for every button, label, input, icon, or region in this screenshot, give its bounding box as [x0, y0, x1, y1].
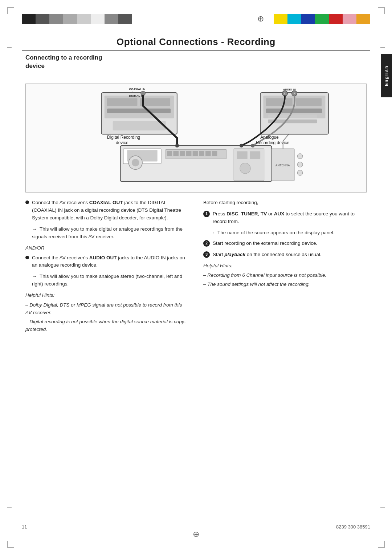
svg-point-52	[251, 144, 254, 147]
step-1: 1 Press DISC, TUNER, TV or AUX to select…	[203, 210, 367, 226]
svg-rect-9	[186, 151, 192, 156]
svg-rect-11	[199, 151, 204, 156]
svg-text:R: R	[294, 92, 295, 95]
svg-rect-16	[250, 151, 260, 159]
svg-rect-41	[266, 98, 293, 106]
svg-text:Digital Recording: Digital Recording	[107, 135, 140, 140]
svg-point-36	[175, 144, 179, 147]
section-heading-line2: device	[25, 62, 45, 69]
hint-left-2: – Digital recording is not possible when…	[25, 318, 189, 333]
svg-rect-43	[266, 109, 322, 113]
arrow-coaxial: → This will allow you to make digital or…	[32, 226, 189, 241]
arrow-symbol-1: →	[32, 226, 37, 232]
content-area: Connect the AV receiver's COAXIAL OUT ja…	[25, 199, 367, 335]
arrow-symbol-2: →	[32, 274, 37, 279]
color-bar-left	[22, 14, 248, 24]
english-tab: English	[381, 54, 392, 97]
cb-pink	[343, 14, 356, 24]
svg-text:Recording device: Recording device	[256, 140, 290, 145]
diagram-svg: ANTENNA COAXIAL IN / DIGITAL IN Digital …	[26, 84, 366, 192]
corner-mark-tl	[7, 7, 14, 14]
reg-mark-right-top	[380, 47, 385, 48]
svg-point-17	[240, 163, 250, 174]
svg-rect-44	[268, 114, 317, 118]
step-2-text: Start recording on the external recordin…	[213, 240, 367, 247]
cb-black	[22, 14, 36, 24]
diagram-box: ANTENNA COAXIAL IN / DIGITAL IN Digital …	[25, 84, 367, 193]
svg-point-23	[297, 162, 303, 167]
svg-rect-29	[107, 109, 171, 113]
cb-red	[329, 14, 343, 24]
page-number: 11	[22, 524, 27, 530]
svg-text:COAXIAL IN: COAXIAL IN	[129, 88, 146, 91]
cb-blue	[301, 14, 315, 24]
cb-mid1	[49, 14, 63, 24]
svg-rect-42	[296, 98, 322, 106]
svg-point-4	[132, 159, 139, 166]
svg-rect-7	[173, 151, 179, 156]
helpful-hints-right-label: Helpful Hints:	[203, 262, 367, 270]
hint-left-1: – Dolby Digital, DTS or MPEG signal are …	[25, 301, 189, 317]
section-heading: Connecting to a recording device	[25, 54, 102, 70]
svg-point-24	[297, 170, 303, 176]
cb-white	[91, 14, 105, 24]
bullet-coaxial-text: Connect the AV receiver's COAXIAL OUT ja…	[32, 199, 189, 222]
reg-mark-left-top	[7, 47, 12, 48]
cb-light	[63, 14, 77, 24]
hint-right-1: – Recording from 6 Channel input source …	[203, 272, 367, 279]
corner-mark-tr	[378, 7, 385, 14]
step-3: 3 Start playback on the connected source…	[203, 251, 367, 259]
helpful-hints-left-label: Helpful Hints:	[25, 292, 189, 299]
section-heading-line1: Connecting to a recording	[25, 54, 102, 61]
svg-rect-30	[113, 121, 166, 130]
cb-dark2	[118, 14, 132, 24]
cb-yellow	[274, 14, 287, 24]
bullet-audio-text: Connect the AV receiver's AUDIO OUT jack…	[32, 254, 189, 270]
bullet-dot-1	[25, 200, 29, 204]
color-bar-right	[274, 14, 370, 24]
before-recording-text: Before starting recording,	[203, 199, 367, 207]
corner-mark-bl	[7, 541, 14, 548]
crosshair-top: ⊕	[254, 14, 267, 24]
cb-cyan	[287, 14, 301, 24]
arrow-audio: → This will allow you to make analogue s…	[32, 273, 189, 288]
col-left: Connect the AV receiver's COAXIAL OUT ja…	[25, 199, 189, 335]
footer: 11 8239 300 38591	[22, 521, 370, 530]
step-2-number: 2	[203, 240, 210, 247]
svg-rect-27	[107, 98, 137, 106]
svg-text:Analogue: Analogue	[260, 135, 279, 140]
catalog-number: 8239 300 38591	[336, 524, 370, 530]
cb-lighter	[77, 14, 91, 24]
step-2: 2 Start recording on the external record…	[203, 240, 367, 247]
reg-mark-left-bottom	[7, 507, 12, 508]
step-1-text: Press DISC, TUNER, TV or AUX to select t…	[213, 210, 367, 226]
svg-text:L: L	[284, 92, 286, 95]
cb-dark	[36, 14, 49, 24]
svg-point-22	[297, 154, 303, 159]
svg-rect-13	[212, 151, 217, 156]
corner-mark-br	[378, 541, 385, 548]
svg-rect-10	[193, 151, 198, 156]
step-3-text: Start playback on the connected source a…	[213, 251, 367, 259]
cb-green	[315, 14, 329, 24]
svg-text:ANTENNA: ANTENNA	[275, 163, 290, 167]
crosshair-bottom: ⊕	[193, 530, 199, 539]
svg-point-51	[240, 144, 243, 147]
page-title: Optional Connections - Recording	[22, 36, 370, 51]
bullet-coaxial: Connect the AV receiver's COAXIAL OUT ja…	[25, 199, 189, 222]
color-bar-container: ⊕	[22, 14, 370, 24]
cb-mid2	[105, 14, 118, 24]
svg-text:device: device	[116, 140, 128, 145]
cb-orange	[356, 14, 370, 24]
svg-rect-28	[140, 98, 170, 106]
bullet-dot-2	[25, 256, 29, 259]
step-1-number: 1	[203, 211, 210, 217]
step-1-arrow: → The name of the source appears on the …	[210, 229, 367, 237]
svg-rect-12	[205, 151, 211, 156]
hint-right-2: – The sound settings will not affect the…	[203, 281, 367, 288]
col-right: Before starting recording, 1 Press DISC,…	[203, 199, 367, 335]
bullet-audio: Connect the AV receiver's AUDIO OUT jack…	[25, 254, 189, 270]
svg-rect-6	[167, 151, 172, 156]
reg-mark-right-bottom	[380, 507, 385, 508]
and-or-label: AND/OR	[25, 244, 189, 252]
